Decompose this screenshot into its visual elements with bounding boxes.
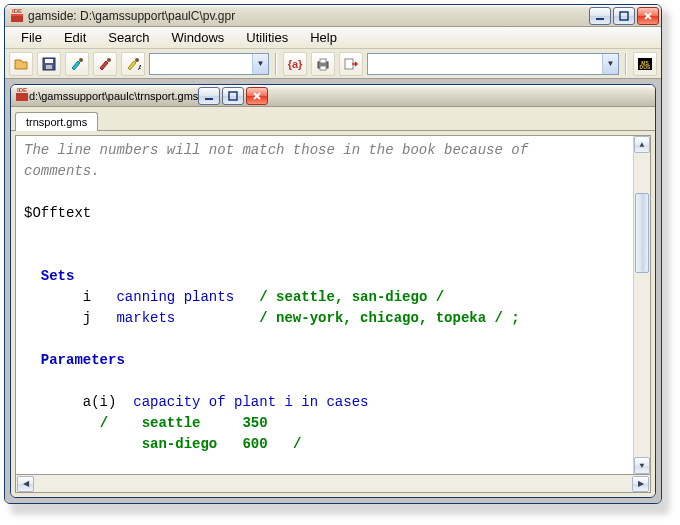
svg-rect-17	[345, 59, 353, 69]
scroll-thumb[interactable]	[635, 193, 649, 273]
code-slash: /	[293, 436, 301, 452]
child-maximize-button[interactable]	[222, 87, 244, 105]
match-braces-button[interactable]: {a}	[283, 52, 307, 76]
svg-point-12	[135, 58, 139, 62]
minimize-button[interactable]	[589, 7, 611, 25]
code-description: markets	[116, 310, 175, 326]
scroll-left-button[interactable]: ◀	[17, 476, 34, 492]
window-title: gamside: D:\gamssupport\paulC\pv.gpr	[28, 9, 589, 23]
child-minimize-button[interactable]	[198, 87, 220, 105]
menu-file[interactable]: File	[11, 28, 52, 47]
code-description: canning plants	[116, 289, 234, 305]
code-identifier: a(i)	[83, 394, 117, 410]
menu-edit[interactable]: Edit	[54, 28, 96, 47]
svg-rect-1	[11, 14, 23, 16]
svg-point-10	[79, 58, 83, 62]
save-button[interactable]	[37, 52, 61, 76]
code-keyword: Sets	[41, 268, 75, 284]
toolbar-separator	[625, 53, 627, 75]
code-comment: The line numbers will not match those in…	[24, 142, 528, 158]
main-window: IDE gamside: D:\gamssupport\paulC\pv.gpr…	[4, 4, 662, 504]
app-icon: IDE	[9, 8, 25, 24]
tab-trnsport[interactable]: trnsport.gms	[15, 112, 98, 131]
chevron-down-icon: ▼	[252, 54, 268, 74]
editor-window-title: d:\gamssupport\paulc\trnsport.gms	[29, 90, 198, 102]
menubar: File Edit Search Windows Utilities Help	[5, 27, 661, 49]
document-icon: IDE	[15, 88, 29, 104]
brush-cyan-button[interactable]	[65, 52, 89, 76]
svg-text:A: A	[138, 64, 141, 71]
toolbar-dropdown-1[interactable]: ▼	[149, 53, 269, 75]
vertical-scrollbar[interactable]: ▲ ▼	[633, 136, 650, 474]
code-editor[interactable]: The line numbers will not match those in…	[15, 135, 651, 475]
svg-rect-4	[620, 12, 628, 20]
svg-rect-23	[205, 98, 213, 100]
code-directive: $Offtext	[24, 205, 91, 221]
print-button[interactable]	[311, 52, 335, 76]
scroll-right-button[interactable]: ▶	[632, 476, 649, 492]
code-comment: comments.	[24, 163, 100, 179]
toolbar-dropdown-2[interactable]: ▼	[367, 53, 619, 75]
svg-rect-9	[46, 65, 52, 69]
svg-point-11	[107, 58, 111, 62]
menu-search[interactable]: Search	[98, 28, 159, 47]
mdi-client-area: IDE d:\gamssupport\paulc\trnsport.gms	[5, 79, 661, 503]
menu-help[interactable]: Help	[300, 28, 347, 47]
svg-text:IDE: IDE	[17, 88, 27, 93]
code-data: / seattle, san-diego /	[259, 289, 444, 305]
code-data: seattle 350	[142, 415, 268, 431]
svg-rect-21	[16, 93, 28, 101]
svg-rect-8	[45, 59, 53, 63]
svg-rect-15	[320, 59, 326, 63]
editor-window: IDE d:\gamssupport\paulc\trnsport.gms	[10, 84, 656, 498]
brush-red-button[interactable]	[93, 52, 117, 76]
child-close-button[interactable]	[246, 87, 268, 105]
scroll-down-button[interactable]: ▼	[634, 457, 650, 474]
main-titlebar: IDE gamside: D:\gamssupport\paulC\pv.gpr	[5, 5, 661, 27]
menu-windows[interactable]: Windows	[162, 28, 235, 47]
code-data: / new-york, chicago, topeka / ;	[259, 310, 519, 326]
svg-text:IDE: IDE	[12, 9, 22, 14]
code-identifier: j	[83, 310, 91, 326]
horizontal-scrollbar[interactable]: ◀ ▶	[15, 475, 651, 493]
chevron-down-icon: ▼	[602, 54, 618, 74]
code-keyword: Parameters	[41, 352, 125, 368]
code-identifier: i	[83, 289, 91, 305]
toolbar: A ▼ {a} ▼ MSDOS	[5, 49, 661, 79]
toolbar-separator	[275, 53, 277, 75]
svg-rect-24	[229, 92, 237, 100]
code-data: san-diego 600	[142, 436, 268, 452]
close-button[interactable]	[637, 7, 659, 25]
dos-button[interactable]: MSDOS	[633, 52, 657, 76]
code-description: capacity of plant i in cases	[133, 394, 368, 410]
svg-rect-16	[320, 66, 326, 70]
svg-rect-3	[596, 18, 604, 20]
maximize-button[interactable]	[613, 7, 635, 25]
brush-yellow-button[interactable]: A	[121, 52, 145, 76]
open-button[interactable]	[9, 52, 33, 76]
editor-tabstrip: trnsport.gms	[11, 107, 655, 131]
editor-titlebar: IDE d:\gamssupport\paulc\trnsport.gms	[11, 85, 655, 107]
scroll-track[interactable]	[634, 153, 650, 457]
svg-text:DOS: DOS	[640, 64, 652, 70]
menu-utilities[interactable]: Utilities	[236, 28, 298, 47]
code-slash: /	[100, 415, 108, 431]
export-button[interactable]	[339, 52, 363, 76]
scroll-up-button[interactable]: ▲	[634, 136, 650, 153]
